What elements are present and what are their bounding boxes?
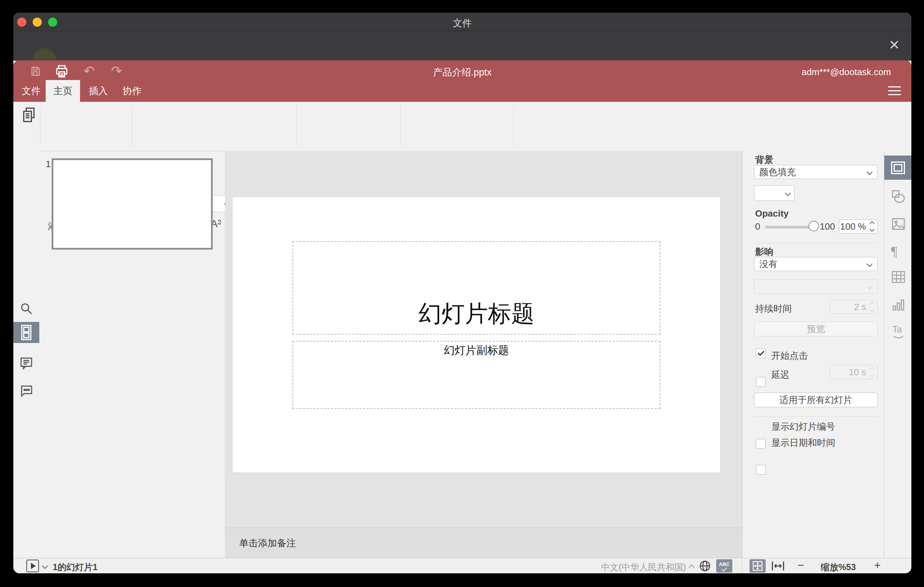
chart-settings-tab[interactable] [891,298,906,312]
preview-button: 预览 [754,322,878,336]
show-slide-number-label: 显示幻灯片编号 [771,420,835,433]
slide-workspace: 幻灯片标题 幻灯片副标题 单击添加备注 [226,151,742,558]
zoom-out-button[interactable]: − [798,559,804,572]
close-icon[interactable]: × [889,34,899,55]
fit-to-slide-button[interactable] [749,559,766,572]
effect-section-label: 影响 [755,246,774,258]
opacity-max-label: 100 [820,221,835,232]
delay-spinner: 10 s [830,365,878,379]
slide-thumbnails-panel: 1 [39,151,225,558]
show-date-time-checkbox[interactable] [756,465,766,475]
image-settings-tab[interactable] [891,217,906,231]
menu-icon[interactable] [888,84,901,98]
show-date-time-label: 显示日期和时间 [771,437,835,449]
opacity-slider-knob[interactable] [808,221,819,231]
effect-type-select-disabled [754,279,878,294]
table-settings-tab[interactable] [891,270,906,284]
tab-collaboration[interactable]: 协作 [122,80,142,102]
paragraph-settings-tab[interactable]: ¶ [891,243,897,259]
slide-canvas[interactable]: 幻灯片标题 幻灯片副标题 [232,196,721,473]
document-title: 产品介绍.pptx [13,66,911,79]
app-header: ↶ ↷ 产品介绍.pptx adm***@dootask.com 文件 主页 插… [13,60,911,102]
slide-thumbnail-selected[interactable] [51,158,213,250]
background-avatar [33,48,56,61]
opacity-min-label: 0 [755,221,760,232]
start-on-click-label: 开始点击 [771,350,808,362]
apply-to-all-button[interactable]: 适用于所有幻灯片 [754,392,878,407]
tab-file[interactable]: 文件 [21,80,41,102]
duration-label: 持续时间 [755,303,792,315]
slide-settings-panel: 背景 颜色填充 Opacity 0 100 100 % 影响 没有 持续时间 2… [742,151,884,558]
textart-settings-tab[interactable]: Ta [891,324,906,339]
window-title: 文件 [13,17,911,30]
notes-placeholder-text: 单击添加备注 [239,537,296,549]
subtitle-placeholder[interactable]: 幻灯片副标题 [292,341,660,409]
chat-icon[interactable] [19,383,33,398]
tab-home[interactable]: 主页 [46,80,80,102]
app-window: 文件 × ↶ ↷ 产品介绍.pptx adm***@dootask.com 文件… [13,13,911,573]
start-slideshow-status-icon[interactable] [26,560,39,572]
dark-app-strip: × [13,31,911,61]
search-icon[interactable] [19,301,33,316]
right-sidebar: ¶ Ta [884,151,911,558]
slide-thumbnail-number: 1 [46,159,51,170]
shape-settings-tab[interactable] [891,190,906,204]
opacity-spinner[interactable]: 100 % [839,219,878,234]
notes-area[interactable]: 单击添加备注 [226,528,742,558]
title-placeholder[interactable]: 幻灯片标题 [292,241,660,335]
tab-insert[interactable]: 插入 [88,80,109,102]
slideshow-mode-chevron-icon[interactable] [42,563,48,569]
delay-checkbox[interactable] [756,377,766,387]
language-chevron-icon[interactable] [689,564,695,571]
fit-to-width-icon[interactable] [771,560,785,572]
background-fill-select[interactable]: 颜色填充 [754,165,878,179]
delay-label: 延迟 [771,369,790,381]
svg-text:Ta: Ta [893,325,902,334]
slides-panel-tab[interactable] [13,322,39,343]
left-sidebar [13,151,39,558]
zoom-in-button[interactable]: + [874,559,881,572]
slide-title-text: 幻灯片标题 [419,298,534,334]
show-slide-number-checkbox[interactable] [756,439,766,448]
background-color-swatch[interactable] [754,185,782,201]
background-section-label: 背景 [755,154,774,166]
slide-subtitle-text: 幻灯片副标题 [444,341,509,358]
zoom-level: 缩放%53 [815,561,861,573]
document-language-icon[interactable] [699,560,711,572]
macos-titlebar: 文件 [13,13,911,31]
background-color-chevron-icon[interactable] [781,185,794,201]
start-on-click-checkbox[interactable] [756,348,766,358]
opacity-label: Opacity [755,208,789,219]
status-bar: 1的幻灯片1 中文(中华人民共和国) ABC − 缩放%53 + [13,558,911,573]
language-selector[interactable]: 中文(中华人民共和国) [596,561,686,573]
comments-icon[interactable] [19,356,33,371]
duration-spinner: 2 s [830,300,878,314]
spellcheck-button[interactable]: ABC [716,559,732,572]
slide-settings-tab[interactable] [884,155,911,180]
account-email[interactable]: adm***@dootask.com [802,67,891,77]
effect-select[interactable]: 没有 [754,257,878,271]
toolbar: 添加幻灯片 A A Aa B I U S A² A₂ A [13,102,911,151]
slide-counter: 1的幻灯片1 [53,561,97,573]
